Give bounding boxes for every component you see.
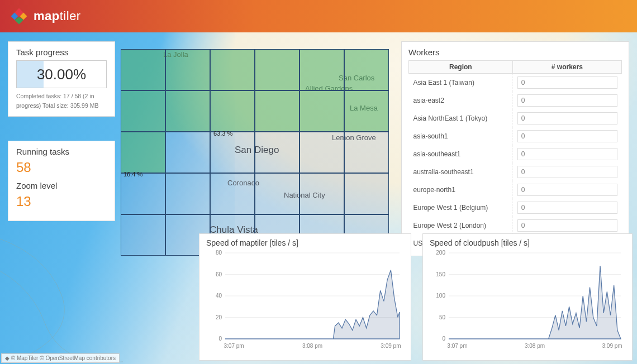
workers-count-input[interactable]	[517, 184, 617, 196]
zoom-level-title: Zoom level	[16, 181, 107, 190]
workers-count-input[interactable]	[517, 166, 617, 178]
svg-text:150: 150	[436, 271, 445, 277]
task-progress-title: Task progress	[16, 47, 107, 57]
map-label-san-carlos: San Carlos	[339, 74, 374, 82]
chart-maptiler-svg: 0204060803:07 pm3:08 pm3:09 pm	[206, 250, 404, 351]
svg-text:40: 40	[216, 293, 222, 299]
workers-count-input[interactable]	[517, 94, 617, 107]
workers-row: asia-south1	[409, 127, 622, 145]
svg-text:3:09 pm: 3:09 pm	[381, 343, 401, 349]
workers-count-input[interactable]	[517, 112, 617, 124]
app-header: maptiler	[0, 0, 637, 32]
svg-text:0: 0	[218, 336, 222, 342]
map-attribution[interactable]: ◆ © MapTiler © OpenStreetMap contributor…	[1, 353, 120, 363]
map-label-san-diego: San Diego	[235, 145, 279, 156]
svg-text:3:09 pm: 3:09 pm	[602, 343, 622, 349]
task-progress-bar: 30.00%	[16, 60, 107, 88]
workers-title: Workers	[408, 47, 622, 57]
workers-row: Asia NorthEast 1 (Tokyo)	[409, 109, 622, 127]
chart-cloudpush-speed: Speed of cloudpush [tiles / s] 050100150…	[422, 233, 633, 361]
running-tasks-title: Running tasks	[16, 147, 107, 156]
workers-table: Region # workers Asia East 1 (Taiwan)asi…	[408, 60, 622, 252]
workers-region-cell: Asia East 1 (Taiwan)	[409, 74, 513, 92]
maptiler-logo-icon	[10, 7, 28, 25]
workers-count-input[interactable]	[517, 76, 617, 89]
workers-row: europe-north1	[409, 181, 622, 199]
task-progress-caption: Completed tasks: 17 / 58 (2 in progress)…	[16, 92, 107, 111]
chart-cloudpush-svg: 0501001502003:07 pm3:08 pm3:09 pm	[430, 250, 625, 351]
workers-panel: Workers Region # workers Asia East 1 (Ta…	[401, 41, 629, 256]
running-tasks-value: 58	[16, 160, 107, 175]
brand-name: maptiler	[34, 9, 81, 23]
workers-row: australia-southeast1	[409, 163, 622, 181]
zoom-level-value: 13	[16, 194, 107, 209]
brand-logo[interactable]: maptiler	[10, 7, 81, 25]
workers-region-cell: europe-north1	[409, 181, 513, 199]
map-label-la-jolla: La Jolla	[163, 50, 188, 59]
svg-text:0: 0	[442, 336, 445, 342]
workers-region-cell: asia-southeast1	[409, 145, 513, 163]
running-tasks-panel: Running tasks 58 Zoom level 13	[8, 141, 115, 221]
attribution-bullet: ◆	[5, 355, 9, 361]
workers-region-cell: Asia NorthEast 1 (Tokyo)	[409, 109, 513, 127]
svg-text:3:07 pm: 3:07 pm	[447, 343, 467, 349]
workers-col-count: # workers	[512, 61, 621, 74]
workers-col-region: Region	[409, 61, 513, 74]
svg-text:3:07 pm: 3:07 pm	[224, 343, 244, 349]
workers-row: asia-southeast1	[409, 145, 622, 163]
workers-region-cell: Europe West 1 (Belgium)	[409, 199, 513, 217]
svg-text:100: 100	[436, 293, 445, 299]
workers-region-cell: asia-east2	[409, 92, 513, 109]
chart-cloudpush-title: Speed of cloudpush [tiles / s]	[430, 238, 625, 247]
workers-region-cell: australia-southeast1	[409, 163, 513, 181]
task-progress-percent: 30.00%	[37, 66, 86, 83]
map-label-coronado: Coronado	[227, 179, 259, 187]
svg-text:20: 20	[216, 314, 222, 320]
chart-maptiler-speed: Speed of maptiler [tiles / s] 0204060803…	[199, 233, 411, 361]
workers-row: asia-east2	[409, 92, 622, 109]
workers-count-input[interactable]	[517, 219, 617, 232]
workers-count-input[interactable]	[517, 130, 617, 142]
svg-text:50: 50	[439, 314, 446, 320]
chart-maptiler-title: Speed of maptiler [tiles / s]	[206, 238, 404, 247]
workers-count-input[interactable]	[517, 148, 617, 160]
svg-text:60: 60	[216, 271, 222, 277]
workers-region-cell: Europe West 2 (London)	[409, 217, 513, 234]
workers-row: Europe West 1 (Belgium)	[409, 199, 622, 217]
workers-row: Asia East 1 (Taiwan)	[409, 74, 622, 92]
workers-region-cell: asia-south1	[409, 127, 513, 145]
map-label-lemon-grove: Lemon Grove	[332, 133, 376, 142]
workers-row: Europe West 2 (London)	[409, 217, 622, 234]
task-progress-panel: Task progress 30.00% Completed tasks: 17…	[8, 41, 115, 117]
svg-text:200: 200	[436, 250, 445, 256]
workers-count-input[interactable]	[517, 202, 617, 214]
svg-text:3:08 pm: 3:08 pm	[302, 343, 322, 349]
map-label-national-city: National City	[284, 191, 325, 199]
map-label-la-mesa: La Mesa	[350, 104, 378, 112]
svg-text:80: 80	[216, 250, 222, 256]
svg-text:3:08 pm: 3:08 pm	[525, 343, 545, 349]
attribution-text: © MapTiler © OpenStreetMap contributors	[11, 355, 116, 361]
map-label-allied-gardens: Allied Gardens	[305, 84, 353, 93]
